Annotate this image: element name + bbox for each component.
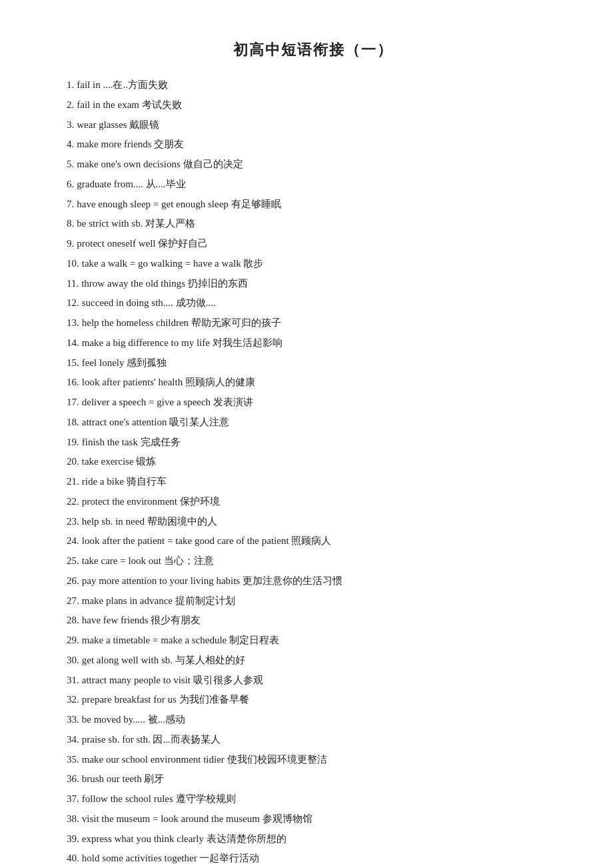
- list-item: 20.take exercise 锻炼: [67, 453, 560, 471]
- item-number: 27.: [67, 595, 79, 606]
- item-text: prepare breakfast for us 为我们准备早餐: [82, 694, 249, 705]
- item-text: feel lonely 感到孤独: [82, 357, 167, 368]
- list-item: 31.attract many people to visit 吸引很多人参观: [67, 671, 560, 690]
- item-text: take a walk = go walking = have a walk 散…: [82, 258, 264, 269]
- item-text: have few friends 很少有朋友: [82, 615, 201, 625]
- item-number: 16.: [67, 377, 79, 387]
- item-text: be moved by..... 被...感动: [82, 714, 185, 725]
- item-text: praise sb. for sth. 因...而表扬某人: [82, 734, 221, 745]
- list-item: 26.pay more attention to your living hab…: [67, 572, 560, 591]
- item-text: pay more attention to your living habits…: [82, 575, 342, 586]
- item-number: 23.: [67, 516, 79, 527]
- item-text: ride a bike 骑自行车: [82, 476, 167, 487]
- item-number: 29.: [67, 635, 79, 645]
- list-item: 36.brush our teeth 刷牙: [67, 770, 560, 789]
- list-item: 3.wear glasses 戴眼镜: [67, 116, 560, 135]
- item-text: finish the task 完成任务: [82, 437, 181, 447]
- item-text: protect oneself well 保护好自己: [77, 238, 208, 249]
- list-item: 30.get along well with sb. 与某人相处的好: [67, 651, 560, 670]
- item-text: succeed in doing sth.... 成功做....: [82, 297, 216, 308]
- item-number: 2.: [67, 99, 74, 110]
- item-text: make our school environment tidier 使我们校园…: [82, 754, 327, 765]
- item-number: 6.: [67, 179, 74, 189]
- list-item: 21.ride a bike 骑自行车: [67, 473, 560, 491]
- item-number: 15.: [67, 357, 79, 368]
- item-text: look after patients' health 照顾病人的健康: [82, 377, 255, 387]
- item-number: 31.: [67, 675, 79, 685]
- item-number: 33.: [67, 714, 79, 725]
- item-text: get along well with sb. 与某人相处的好: [82, 655, 245, 665]
- item-number: 36.: [67, 773, 79, 784]
- item-number: 24.: [67, 535, 79, 546]
- list-item: 28.have few friends 很少有朋友: [67, 611, 560, 630]
- page-title: 初高中短语衔接（一）: [67, 40, 560, 60]
- item-text: make plans in advance 提前制定计划: [82, 595, 235, 606]
- item-text: throw away the old things 扔掉旧的东西: [81, 278, 248, 289]
- item-number: 35.: [67, 754, 79, 765]
- list-item: 1.fail in ....在..方面失败: [67, 76, 560, 95]
- list-item: 19.finish the task 完成任务: [67, 433, 560, 452]
- phrase-list: 1.fail in ....在..方面失败2.fail in the exam …: [67, 76, 560, 868]
- item-number: 10.: [67, 258, 79, 269]
- list-item: 24.look after the patient = take good ca…: [67, 532, 560, 551]
- item-text: attract one's attention 吸引某人注意: [82, 417, 229, 427]
- item-text: take care = look out 当心；注意: [82, 555, 214, 566]
- item-number: 37.: [67, 793, 79, 804]
- item-text: graduate from.... 从....毕业: [77, 179, 185, 189]
- list-item: 8.be strict with sb. 对某人严格: [67, 215, 560, 233]
- item-number: 18.: [67, 417, 79, 427]
- list-item: 23.help sb. in need 帮助困境中的人: [67, 513, 560, 531]
- item-number: 13.: [67, 317, 79, 328]
- list-item: 13.help the homeless children 帮助无家可归的孩子: [67, 314, 560, 333]
- list-item: 18.attract one's attention 吸引某人注意: [67, 413, 560, 432]
- list-item: 33.be moved by..... 被...感动: [67, 711, 560, 729]
- list-item: 17.deliver a speech = give a speech 发表演讲: [67, 393, 560, 412]
- item-number: 8.: [67, 218, 74, 229]
- item-number: 32.: [67, 694, 79, 705]
- item-number: 4.: [67, 139, 74, 149]
- list-item: 32.prepare breakfast for us 为我们准备早餐: [67, 691, 560, 709]
- list-item: 29.make a timetable = make a schedule 制定…: [67, 631, 560, 650]
- item-text: make a timetable = make a schedule 制定日程表: [82, 635, 279, 645]
- item-text: deliver a speech = give a speech 发表演讲: [82, 397, 253, 407]
- item-text: help the homeless children 帮助无家可归的孩子: [82, 317, 281, 328]
- item-text: have enough sleep = get enough sleep 有足够…: [77, 199, 281, 209]
- list-item: 27.make plans in advance 提前制定计划: [67, 592, 560, 611]
- item-number: 3.: [67, 119, 74, 130]
- item-number: 12.: [67, 297, 79, 308]
- list-item: 7.have enough sleep = get enough sleep 有…: [67, 195, 560, 214]
- list-item: 12.succeed in doing sth.... 成功做....: [67, 294, 560, 313]
- item-text: hold some activities together 一起举行活动: [82, 853, 260, 863]
- item-number: 14.: [67, 337, 79, 348]
- item-number: 26.: [67, 575, 79, 586]
- item-text: wear glasses 戴眼镜: [77, 119, 159, 130]
- item-number: 17.: [67, 397, 79, 407]
- list-item: 2.fail in the exam 考试失败: [67, 96, 560, 115]
- item-text: fail in ....在..方面失败: [77, 79, 168, 90]
- item-text: be strict with sb. 对某人严格: [77, 218, 195, 229]
- item-number: 9.: [67, 238, 74, 249]
- item-text: make more friends 交朋友: [77, 139, 184, 149]
- item-number: 25.: [67, 555, 79, 566]
- list-item: 6.graduate from.... 从....毕业: [67, 175, 560, 194]
- list-item: 25.take care = look out 当心；注意: [67, 552, 560, 571]
- item-text: follow the school rules 遵守学校规则: [82, 793, 236, 804]
- item-text: express what you think clearly 表达清楚你所想的: [82, 833, 287, 844]
- item-number: 22.: [67, 496, 79, 507]
- list-item: 5.make one's own decisions 做自己的决定: [67, 155, 560, 174]
- item-number: 19.: [67, 437, 79, 447]
- item-text: brush our teeth 刷牙: [82, 773, 165, 784]
- item-text: attract many people to visit 吸引很多人参观: [82, 675, 263, 685]
- item-number: 30.: [67, 655, 79, 665]
- item-number: 5.: [67, 159, 74, 169]
- list-item: 16.look after patients' health 照顾病人的健康: [67, 373, 560, 392]
- item-number: 21.: [67, 476, 79, 487]
- list-item: 15.feel lonely 感到孤独: [67, 354, 560, 373]
- item-text: visit the museum = look around the museu…: [82, 813, 312, 824]
- list-item: 40.hold some activities together 一起举行活动: [67, 849, 560, 868]
- item-number: 20.: [67, 456, 79, 467]
- item-number: 1.: [67, 79, 74, 90]
- list-item: 4.make more friends 交朋友: [67, 135, 560, 154]
- list-item: 38.visit the museum = look around the mu…: [67, 810, 560, 829]
- item-number: 28.: [67, 615, 79, 625]
